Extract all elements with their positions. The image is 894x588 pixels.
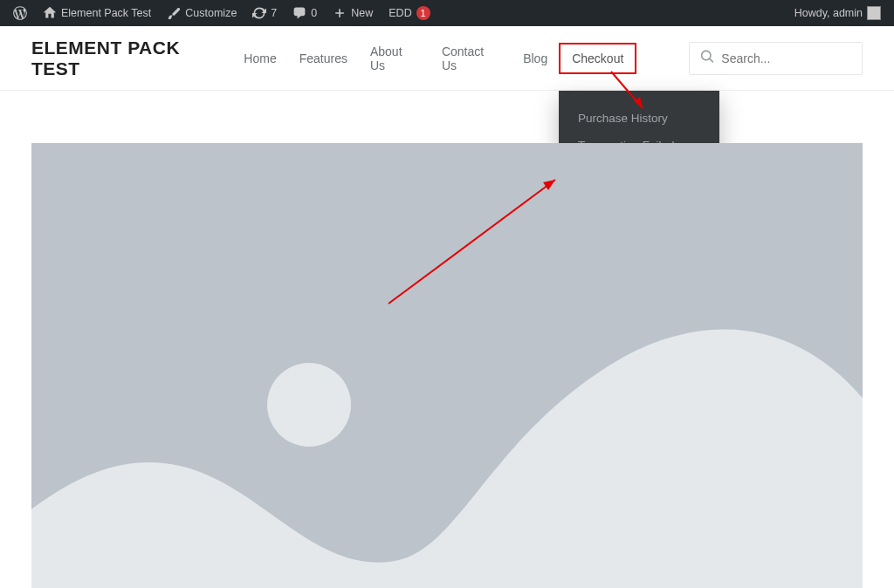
updates-link[interactable]: 7	[246, 0, 283, 26]
site-title-link[interactable]: Element Pack Test	[37, 0, 157, 26]
hero-section	[0, 91, 894, 588]
placeholder-image	[31, 143, 863, 588]
nav-features[interactable]: Features	[288, 44, 359, 72]
main-nav: Home Features About Us Contact Us Blog C…	[232, 38, 636, 79]
comment-icon	[292, 6, 306, 20]
mountain-shape	[31, 256, 863, 588]
nav-home[interactable]: Home	[232, 44, 287, 72]
adminbar-site-title: Element Pack Test	[61, 7, 151, 19]
nav-about[interactable]: About Us	[359, 38, 430, 79]
wp-logo[interactable]	[7, 0, 33, 26]
comments-link[interactable]: 0	[286, 0, 323, 26]
wordpress-icon	[13, 6, 27, 20]
plus-icon	[333, 6, 347, 20]
nav-contact[interactable]: Contact Us	[430, 38, 512, 79]
howdy-text: Howdy, admin	[794, 7, 863, 19]
nav-blog[interactable]: Blog	[512, 44, 559, 72]
edd-link[interactable]: EDD 1	[382, 0, 436, 26]
howdy-link[interactable]: Howdy, admin	[788, 0, 887, 26]
customize-label: Customize	[185, 7, 237, 19]
search-icon	[700, 50, 714, 67]
edd-label: EDD	[389, 7, 411, 19]
customize-link[interactable]: Customize	[161, 0, 243, 26]
adminbar-left: Element Pack Test Customize 7 0 New	[7, 0, 437, 26]
brush-icon	[167, 6, 181, 20]
wp-admin-bar: Element Pack Test Customize 7 0 New	[0, 0, 894, 26]
avatar-icon	[867, 6, 881, 20]
updates-count: 7	[271, 7, 277, 19]
dropdown-purchase-history[interactable]: Purchase History	[559, 105, 719, 132]
search-input[interactable]	[721, 51, 851, 65]
adminbar-right: Howdy, admin	[788, 0, 887, 26]
refresh-icon	[252, 6, 266, 20]
comments-count: 0	[311, 7, 317, 19]
nav-checkout[interactable]: Checkout	[559, 43, 636, 74]
site-header: ELEMENT PACK TEST Home Features About Us…	[0, 26, 894, 91]
search-box[interactable]	[689, 42, 863, 75]
new-label: New	[351, 7, 373, 19]
edd-badge: 1	[416, 6, 430, 20]
new-link[interactable]: New	[327, 0, 379, 26]
home-icon	[43, 6, 57, 20]
page-title[interactable]: ELEMENT PACK TEST	[31, 38, 232, 79]
